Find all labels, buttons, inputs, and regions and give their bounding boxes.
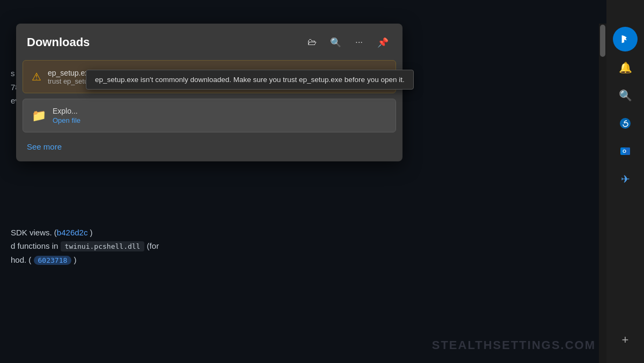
search-downloads-button[interactable]: 🔍: [326, 33, 345, 51]
sdk-hash-link[interactable]: b426d2c: [57, 228, 88, 237]
sdk-line: SDK views. (b426d2c ): [11, 226, 343, 240]
notification-bell-icon[interactable]: 🔔: [613, 56, 637, 79]
scrollbar-thumb[interactable]: [600, 25, 605, 57]
send-icon[interactable]: ✈: [613, 167, 637, 191]
svg-point-0: [620, 118, 631, 129]
folder-icon: 📁: [32, 109, 46, 123]
watermark: STEALTHSETTINGS.COM: [432, 338, 596, 352]
warning-icon: ⚠: [32, 70, 41, 83]
downloads-header: Downloads 🗁 🔍 ··· 📌: [16, 24, 402, 60]
download-item-normal: 📁 Explo... Open file: [23, 99, 396, 132]
add-sidebar-button[interactable]: +: [622, 333, 629, 347]
bing-icon[interactable]: [613, 27, 638, 51]
pin-button[interactable]: 📌: [374, 33, 392, 51]
downloads-panel: Downloads 🗁 🔍 ··· 📌 ⚠ ep_setup.exe isn't…: [16, 24, 402, 161]
tooltip-text: ep_setup.exe isn't commonly downloaded. …: [95, 76, 405, 84]
downloads-title: Downloads: [27, 35, 303, 49]
tooltip-box: ep_setup.exe isn't commonly downloaded. …: [86, 70, 414, 90]
see-more-link[interactable]: See more: [27, 142, 62, 151]
hod-hash-badge: 6023718: [34, 256, 72, 265]
open-file-link[interactable]: Open file: [53, 116, 387, 124]
download-name-normal: Explo...: [53, 107, 257, 115]
edge-blue-icon[interactable]: [613, 112, 637, 135]
hod-line: hod. ( 6023718 ): [11, 253, 343, 267]
dll-badge: twinui.pcshell.dll: [61, 241, 145, 251]
open-folder-button[interactable]: 🗁: [303, 33, 321, 51]
downloads-actions: 🗁 🔍 ··· 📌: [303, 33, 392, 51]
see-more-section: See more: [16, 138, 402, 161]
outlook-icon[interactable]: O: [613, 139, 637, 163]
dll-line: d functions in twinui.pcshell.dll (for: [11, 239, 343, 253]
scrollbar[interactable]: [599, 24, 606, 363]
search-sidebar-icon[interactable]: 🔍: [613, 84, 637, 107]
right-sidebar: 🔔 🔍 O ✈ +: [606, 0, 644, 363]
download-info-normal: Explo... Open file: [53, 107, 387, 124]
svg-text:O: O: [623, 149, 626, 154]
more-options-button[interactable]: ···: [350, 33, 368, 51]
